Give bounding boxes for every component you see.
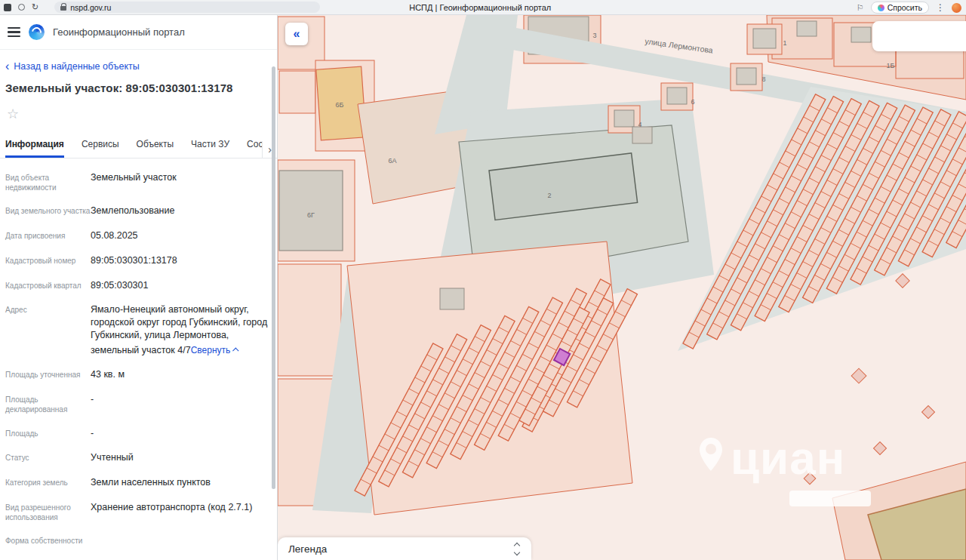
field-label: Статус: [5, 451, 91, 464]
tab-Объекты[interactable]: Объекты: [137, 134, 174, 158]
object-title: Земельный участок: 89:05:030301:13178: [5, 82, 269, 94]
field-label: Площадь декларированная: [5, 393, 91, 414]
field-row: Вид земельного участкаЗемлепользование: [5, 205, 268, 217]
field-label: Кадастровый номер: [5, 254, 91, 267]
parcel-label: 6Г: [307, 211, 315, 219]
field-row: Площадь декларированная-: [5, 393, 268, 414]
field-row: Дата присвоения05.08.2025: [5, 229, 268, 242]
field-value: 89:05:030301: [91, 279, 148, 292]
field-value: Ямало-Ненецкий автономный округ, городск…: [91, 303, 268, 356]
tab-Соста[interactable]: Соста: [247, 134, 262, 158]
field-row: АдресЯмало-Ненецкий автономный округ, го…: [5, 303, 268, 356]
field-value: Землепользование: [91, 205, 174, 217]
parcel-label: 4: [638, 121, 641, 128]
tab-Информация[interactable]: Информация: [5, 134, 64, 158]
field-value: -: [91, 427, 94, 440]
field-value: -: [91, 393, 94, 414]
panel-header: Геоинформационный портал: [0, 15, 277, 50]
field-value: 43 кв. м: [91, 368, 125, 381]
parcel-label: 6: [691, 98, 694, 106]
parcel-label: 8: [761, 75, 765, 83]
map-area[interactable]: 3186426А6Б6Г1Булица Лермонтова « циан Ле…: [278, 15, 966, 560]
field-row: Кадастровый номер89:05:030301:13178: [5, 254, 268, 267]
url-text: nspd.gov.ru: [70, 3, 111, 12]
field-label: Категория земель: [5, 476, 91, 489]
map-search-panel[interactable]: [872, 21, 966, 51]
field-label: Площадь уточненная: [5, 368, 91, 381]
parcel-label: 3: [592, 32, 596, 39]
browser-bar: ↻ nspd.gov.ru НСПД | Геоинформационный п…: [0, 0, 966, 15]
reload-icon[interactable]: ↻: [32, 3, 38, 11]
browser-avatar[interactable]: [952, 3, 961, 13]
legend-toggle-icon[interactable]: [515, 543, 519, 555]
parcel-label: 2: [547, 192, 551, 199]
back-link[interactable]: ‹ Назад в найденные объекты: [5, 61, 277, 72]
bookmark-icon[interactable]: ⚐: [857, 4, 864, 12]
field-value: 89:05:030301:13178: [91, 254, 177, 267]
chevron-left-icon: ‹: [5, 63, 9, 70]
ask-button[interactable]: Спросить: [871, 2, 929, 14]
field-value: Учтенный: [91, 451, 134, 464]
lock-icon: [60, 6, 66, 11]
field-value: Хранение автотранспорта (код 2.7.1): [91, 501, 252, 522]
ask-sparkle-icon: [878, 5, 884, 11]
tabs: ИнформацияСервисыОбъектыЧасти ЗУСоста: [5, 134, 262, 158]
tabs-row: ИнформацияСервисыОбъектыЧасти ЗУСоста ›: [0, 134, 277, 158]
browser-profile-icon[interactable]: [18, 4, 25, 11]
field-row: Вид разрешенного использованияХранение а…: [5, 501, 268, 522]
caret-up-icon: [232, 347, 238, 353]
browser-menu-icon[interactable]: ⋮: [936, 2, 945, 13]
field-label: Площадь: [5, 427, 91, 440]
collapse-address-link[interactable]: Свернуть: [191, 344, 239, 356]
browser-page-title: НСПД | Геоинформационный портал: [409, 3, 551, 12]
object-attributes: Вид объекта недвижимостиЗемельный участо…: [0, 158, 277, 546]
field-value: Земли населенных пунктов: [91, 476, 211, 489]
legend-title: Легенда: [288, 543, 327, 555]
parcel-label: 6А: [388, 157, 396, 165]
panel-collapse-button[interactable]: «: [285, 23, 308, 45]
menu-icon[interactable]: [8, 27, 20, 37]
info-panel: Геоинформационный портал ‹ Назад в найде…: [0, 15, 278, 560]
field-row: СтатусУчтенный: [5, 451, 268, 464]
parcel-label: 1Б: [887, 62, 895, 69]
field-row: Категория земельЗемли населенных пунктов: [5, 476, 268, 489]
field-row: Вид объекта недвижимостиЗемельный участо…: [5, 171, 268, 192]
parcel-label: 6Б: [336, 101, 344, 109]
cadastral-map[interactable]: 3186426А6Б6Г1Булица Лермонтова: [278, 15, 966, 560]
field-label: Форма собственности: [5, 534, 91, 546]
nspd-logo-icon[interactable]: [29, 24, 45, 40]
field-label: Вид объекта недвижимости: [5, 171, 91, 192]
field-label: Вид разрешенного использования: [5, 501, 91, 522]
field-label: Дата присвоения: [5, 229, 91, 242]
panel-scrollbar[interactable]: [272, 66, 275, 489]
parcel-label: 1: [783, 39, 786, 47]
field-row: Площадь уточненная43 кв. м: [5, 368, 268, 381]
address-bar[interactable]: nspd.gov.ru: [54, 2, 320, 13]
field-label: Адрес: [5, 303, 91, 356]
field-row: Форма собственности: [5, 534, 268, 546]
field-value: 05.08.2025: [91, 229, 138, 242]
field-label: Вид земельного участка: [5, 205, 91, 217]
portal-title: Геоинформационный портал: [53, 26, 185, 38]
browser-tab-icon[interactable]: [4, 4, 11, 11]
favorite-star-icon[interactable]: ☆: [7, 106, 22, 122]
field-value: Земельный участок: [91, 171, 177, 192]
tab-Части ЗУ[interactable]: Части ЗУ: [191, 134, 229, 158]
field-label: Кадастровый квартал: [5, 279, 91, 292]
tab-Сервисы[interactable]: Сервисы: [82, 134, 119, 158]
field-row: Кадастровый квартал89:05:030301: [5, 279, 268, 292]
legend-bar[interactable]: Легенда: [278, 537, 531, 560]
field-row: Площадь-: [5, 427, 268, 440]
